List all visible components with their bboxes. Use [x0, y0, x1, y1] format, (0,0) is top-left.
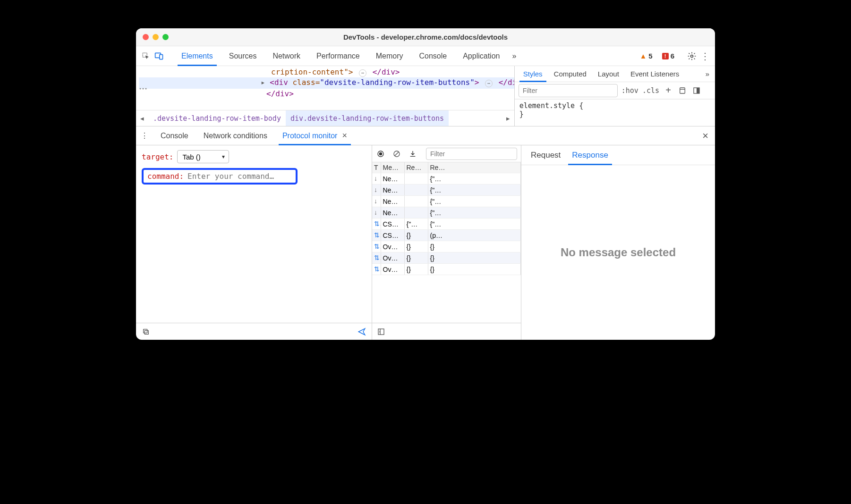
target-select[interactable]: Tab () — [177, 150, 229, 163]
styles-sidebar: Styles Computed Layout Event Listeners »… — [514, 66, 715, 126]
table-row[interactable]: ⇅CS…{}(p… — [372, 230, 521, 241]
drawer-tab-console[interactable]: Console — [153, 126, 196, 145]
breadcrumb-item[interactable]: .devsite-landing-row-item-body — [148, 114, 286, 123]
tab-performance[interactable]: Performance — [310, 46, 366, 66]
table-row[interactable]: ↓Ne…{"… — [372, 185, 521, 196]
dom-overflow-indicator: ⋯ — [139, 83, 147, 93]
cls-toggle[interactable]: .cls — [642, 86, 659, 95]
table-row[interactable]: ⇅Ov…{}{} — [372, 241, 521, 252]
svg-point-3 — [691, 55, 693, 57]
close-window-button[interactable] — [143, 34, 149, 40]
table-row[interactable]: ↓Ne…{"… — [372, 173, 521, 185]
styles-tab-styles[interactable]: Styles — [518, 66, 548, 82]
table-row[interactable]: ↓Ne…{"… — [372, 196, 521, 207]
dom-tree[interactable]: ⋯ cription-content"> ⋯ </div> ▸ <div cla… — [136, 66, 514, 126]
devtools-window: DevTools - developer.chrome.com/docs/dev… — [136, 28, 715, 340]
main-toolbar: Elements Sources Network Performance Mem… — [136, 46, 715, 66]
detail-tab-response[interactable]: Response — [569, 145, 611, 165]
tab-console[interactable]: Console — [412, 46, 453, 66]
svg-rect-6 — [697, 88, 699, 93]
dom-closing-tag: </div> — [139, 89, 514, 99]
styles-tab-event-listeners[interactable]: Event Listeners — [625, 66, 685, 82]
drawer-tab-protocol-monitor[interactable]: Protocol monitor × — [275, 126, 355, 145]
svg-rect-12 — [378, 329, 384, 335]
protocol-filter-input[interactable] — [426, 148, 517, 160]
tab-elements[interactable]: Elements — [175, 46, 220, 66]
zoom-window-button[interactable] — [162, 34, 169, 40]
command-label: command: — [147, 172, 184, 181]
styles-tab-computed[interactable]: Computed — [548, 66, 592, 82]
table-row[interactable]: ⇅Ov…{}{} — [372, 252, 521, 264]
breadcrumb-next-icon[interactable]: ▸ — [502, 114, 514, 123]
collapsed-node-icon[interactable]: ⋯ — [359, 69, 366, 77]
elements-panel: ⋯ cription-content"> ⋯ </div> ▸ <div cla… — [136, 66, 715, 126]
drawer-tab-network-conditions[interactable]: Network conditions — [196, 126, 275, 145]
col-request[interactable]: Re… — [404, 162, 428, 173]
styles-tab-layout[interactable]: Layout — [592, 66, 625, 82]
tabs-overflow-button[interactable]: » — [509, 46, 519, 66]
titlebar: DevTools - developer.chrome.com/docs/dev… — [136, 28, 715, 46]
computed-styles-sidebar-icon[interactable] — [677, 85, 688, 96]
col-response[interactable]: Re… — [428, 162, 521, 173]
dom-breadcrumb: ◂ .devsite-landing-row-item-body div.dev… — [136, 110, 514, 126]
tab-network[interactable]: Network — [266, 46, 307, 66]
window-title: DevTools - developer.chrome.com/docs/dev… — [136, 33, 715, 41]
command-input[interactable] — [187, 172, 292, 181]
rendering-emulations-icon[interactable] — [691, 85, 702, 96]
svg-rect-7 — [145, 330, 148, 334]
settings-icon[interactable] — [687, 51, 697, 61]
command-input-container: command: — [142, 168, 298, 185]
svg-rect-4 — [680, 88, 685, 93]
download-icon[interactable] — [408, 149, 417, 159]
table-row[interactable]: ↓Ne…{"… — [372, 207, 521, 218]
messages-table[interactable]: T Me… Re… Re… ↓Ne…{"…↓Ne…{"…↓Ne…{"…↓Ne…{… — [372, 162, 521, 275]
protocol-monitor-left: target: Tab () command: — [136, 145, 372, 340]
protocol-monitor-messages: T Me… Re… Re… ↓Ne…{"…↓Ne…{"…↓Ne…{"…↓Ne…{… — [372, 145, 521, 340]
hov-toggle[interactable]: :hov — [621, 86, 638, 95]
detail-empty-state: No message selected — [521, 165, 715, 340]
col-type[interactable]: T — [372, 162, 381, 173]
copy-icon[interactable] — [141, 327, 151, 337]
close-drawer-icon[interactable]: × — [702, 130, 708, 142]
main-menu-icon[interactable]: ⋮ — [700, 51, 710, 61]
record-icon[interactable] — [376, 149, 385, 159]
table-row[interactable]: ⇅CS…{"…{"… — [372, 218, 521, 230]
col-method[interactable]: Me… — [381, 162, 404, 173]
drawer-tabs: ⋮ Console Network conditions Protocol mo… — [136, 126, 715, 145]
device-toolbar-icon[interactable] — [154, 51, 164, 61]
drawer-menu-icon[interactable]: ⋮ — [139, 130, 150, 142]
svg-rect-2 — [160, 54, 163, 59]
styles-rule-view[interactable]: element.style { } — [515, 99, 715, 126]
drawer: ⋮ Console Network conditions Protocol mo… — [136, 126, 715, 340]
svg-point-10 — [379, 152, 383, 155]
errors-badge[interactable]: ! 6 — [662, 52, 674, 60]
error-icon: ! — [662, 53, 669, 59]
traffic-lights — [143, 34, 169, 40]
tab-sources[interactable]: Sources — [222, 46, 264, 66]
new-style-rule-icon[interactable]: + — [663, 85, 673, 96]
tab-memory[interactable]: Memory — [369, 46, 410, 66]
minimize-window-button[interactable] — [153, 34, 159, 40]
selected-dom-node[interactable]: ▸ <div class="devsite-landing-row-item-b… — [139, 77, 514, 89]
send-command-icon[interactable] — [357, 327, 367, 337]
breadcrumb-item-active[interactable]: div.devsite-landing-row-item-buttons — [286, 110, 449, 126]
collapsed-node-icon[interactable]: ⋯ — [485, 80, 493, 87]
styles-filter-input[interactable] — [519, 84, 618, 97]
clear-icon[interactable] — [392, 149, 401, 159]
warnings-badge[interactable]: ▲ 5 — [639, 52, 652, 60]
detail-tab-request[interactable]: Request — [528, 145, 563, 165]
warning-icon: ▲ — [639, 52, 647, 60]
table-row[interactable]: ⇅Ov…{}{} — [372, 264, 521, 275]
tab-application[interactable]: Application — [456, 46, 506, 66]
styles-tabs-overflow[interactable]: » — [703, 66, 712, 82]
toggle-editor-icon[interactable] — [376, 327, 386, 337]
target-label: target: — [142, 152, 173, 161]
protocol-monitor-detail: Request Response No message selected — [521, 145, 715, 340]
inspect-element-icon[interactable] — [141, 51, 151, 61]
close-tab-icon[interactable]: × — [342, 131, 347, 141]
svg-rect-8 — [144, 329, 147, 333]
breadcrumb-prev-icon[interactable]: ◂ — [136, 114, 148, 123]
